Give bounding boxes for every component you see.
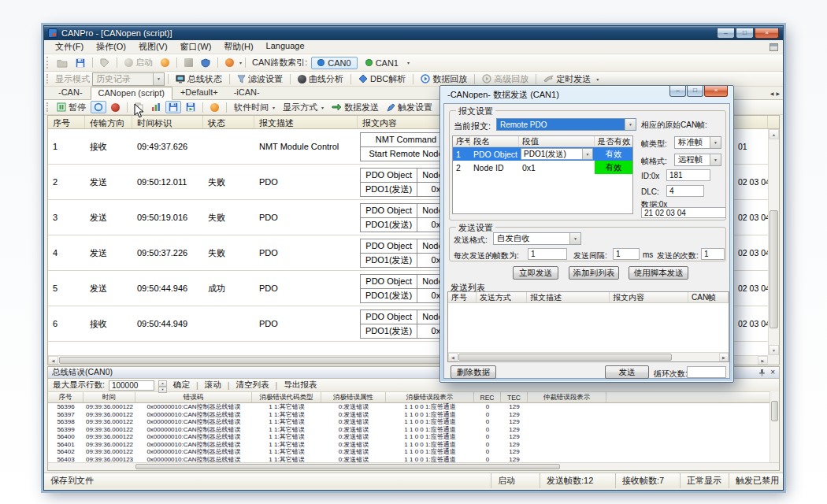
tab-can[interactable]: -CAN- <box>50 86 91 99</box>
header-passive-attr[interactable]: 消极错误属性 <box>321 392 386 402</box>
field-row-pdo-object[interactable]: 1 PDO Object PDO1(发送) ▼ 有效 <box>453 147 632 161</box>
confirm-button[interactable]: 确定 <box>171 380 192 391</box>
toolbar-grip[interactable] <box>46 74 49 84</box>
header-send-mode[interactable]: 发送方式 <box>477 292 527 302</box>
dialog-maximize-button[interactable]: □ <box>687 86 703 97</box>
header-seq[interactable]: 序号 <box>448 292 477 302</box>
tab-scroll-left-icon[interactable]: ◀ <box>770 91 774 96</box>
combo-arrow-icon[interactable]: ▼ <box>582 149 592 159</box>
curve-analysis-button[interactable]: 曲线分析 <box>295 72 347 87</box>
max-rows-input[interactable] <box>109 380 154 391</box>
user-button[interactable] <box>222 57 237 69</box>
open-file-button[interactable] <box>54 57 71 69</box>
pin-icon[interactable] <box>758 369 766 376</box>
filter-settings-button[interactable]: 滤波设置 <box>234 72 286 87</box>
header-direction[interactable]: 传输方向 <box>85 116 132 128</box>
save-data-button[interactable] <box>165 101 181 113</box>
menu-item[interactable]: 操作(O) <box>90 39 132 54</box>
max-rows-spinner[interactable]: ▲ ▼ <box>158 380 167 391</box>
panel-close-icon[interactable]: × <box>770 369 775 376</box>
scroll-right-icon[interactable]: ▶ <box>758 356 768 365</box>
header-arbitration-segment[interactable]: 仲裁错误段表示 <box>528 392 606 402</box>
header-error-code[interactable]: 错误码 <box>135 392 252 402</box>
scroll-right-icon[interactable]: ▶ <box>719 353 729 361</box>
frames-per-send-input[interactable] <box>528 248 567 260</box>
tag-button[interactable] <box>97 57 113 69</box>
send-times-input[interactable] <box>701 248 725 260</box>
current-message-combo[interactable]: Remote PDO ▼ <box>496 118 636 131</box>
trigger-settings-button[interactable]: 触发设置 <box>384 100 436 115</box>
toolbar-overflow-icon[interactable]: ▾ <box>239 60 242 65</box>
scrollbar-thumb[interactable] <box>770 210 778 328</box>
menu-item[interactable]: 视图(V) <box>132 39 174 54</box>
pdo-object-combo[interactable]: PDO1(发送) ▼ <box>521 148 593 160</box>
device-button[interactable] <box>198 57 213 69</box>
send-now-button[interactable]: 立即发送 <box>513 266 558 280</box>
combo-arrow-icon[interactable]: ▼ <box>625 119 636 130</box>
header-num[interactable]: 序号 <box>453 136 470 146</box>
header-passive-code-type[interactable]: 消极错误代码类型 <box>252 392 321 402</box>
scrollbar-thumb[interactable] <box>458 354 672 361</box>
scroll-left-icon[interactable]: ◀ <box>448 353 458 361</box>
vertical-scrollbar[interactable]: ▲ ▼ <box>768 129 779 355</box>
data-replay-button[interactable]: 数据回放 <box>417 72 470 87</box>
header-content[interactable]: 报文内容 <box>610 292 688 302</box>
frame-data-input[interactable] <box>641 207 726 218</box>
refresh-button[interactable] <box>207 102 222 113</box>
script-send-button[interactable]: 使用脚本发送 <box>629 266 688 280</box>
frame-format-combo[interactable]: 远程帧 ▼ <box>674 154 721 166</box>
dbc-parse-button[interactable]: DBC解析 <box>355 72 409 87</box>
send-interval-input[interactable] <box>613 248 640 260</box>
header-description[interactable]: 报文描述 <box>527 292 610 302</box>
scrollbar-thumb[interactable] <box>135 464 559 469</box>
error-horizontal-scrollbar[interactable] <box>48 462 779 470</box>
stop-button[interactable] <box>158 57 172 69</box>
header-seq[interactable]: 序号 <box>48 392 83 402</box>
menu-item[interactable]: 窗口(W) <box>174 39 218 54</box>
combo-arrow-icon[interactable]: ▼ <box>569 233 580 244</box>
scroll-down-icon[interactable]: ▼ <box>769 345 779 355</box>
export-report-button[interactable]: 导出报表 <box>281 380 319 391</box>
field-row-node-id[interactable]: 2 Node ID 0x1 有效 <box>453 161 632 174</box>
header-rec[interactable]: REC <box>474 392 501 402</box>
data-send-button[interactable]: 数据发送 <box>328 100 382 115</box>
frame-type-combo[interactable]: 标准帧 ▼ <box>674 136 721 149</box>
dialog-minimize-button[interactable]: – <box>669 86 686 97</box>
toolbar-grip[interactable] <box>46 57 49 69</box>
monitor-toggle-button[interactable] <box>91 101 106 113</box>
add-to-list-button[interactable]: 添加到列表 <box>569 266 619 280</box>
delete-data-button[interactable]: 删除数据 <box>451 365 496 379</box>
menu-item[interactable]: 文件(F) <box>49 39 90 54</box>
chart-button[interactable] <box>148 101 164 113</box>
timed-send-button[interactable]: 定时发送 <box>540 72 594 87</box>
save-file-button[interactable] <box>72 57 88 69</box>
can0-channel-button[interactable]: CAN0 <box>311 57 357 69</box>
menu-item[interactable]: Language <box>260 39 311 54</box>
send-button[interactable]: 发送 <box>605 365 649 379</box>
tab-ican[interactable]: -iCAN- <box>226 86 268 99</box>
error-vertical-scrollbar[interactable] <box>770 391 779 462</box>
bus-status-button[interactable]: 总线状态 <box>172 72 225 87</box>
tab-default[interactable]: +Default+ <box>172 86 226 99</box>
software-time-button[interactable]: 软件时间▾ <box>231 100 278 115</box>
can1-channel-button[interactable]: CAN1 <box>359 57 405 69</box>
mdi-window-icon[interactable] <box>770 43 778 51</box>
header-passive-segment[interactable]: 消极错误段表示 <box>386 392 474 402</box>
history-mode-combo[interactable]: 历史记录 ▼ <box>92 72 165 86</box>
scroll-left-icon[interactable]: ◀ <box>48 356 58 365</box>
toolbar-overflow-icon[interactable]: ▾ <box>407 60 410 65</box>
send-list-scrollbar[interactable]: ◀ ▶ <box>448 352 729 361</box>
dlc-input[interactable] <box>666 185 704 197</box>
close-button[interactable]: × <box>755 28 779 39</box>
frame-id-input[interactable] <box>666 169 710 181</box>
toolbar-grip[interactable] <box>46 102 49 113</box>
header-time[interactable]: 时间 <box>83 392 135 402</box>
dialog-close-button[interactable]: × <box>704 86 728 97</box>
header-can-frame[interactable]: CAN帧 <box>688 292 729 302</box>
save-run-button[interactable] <box>183 101 198 113</box>
record-button[interactable] <box>108 102 123 113</box>
settings-button[interactable] <box>181 57 196 69</box>
tab-scroll-right-icon[interactable]: ▶ <box>776 91 780 96</box>
header-field-value[interactable]: 段值 <box>519 136 595 146</box>
combo-arrow-icon[interactable]: ▼ <box>710 154 721 165</box>
